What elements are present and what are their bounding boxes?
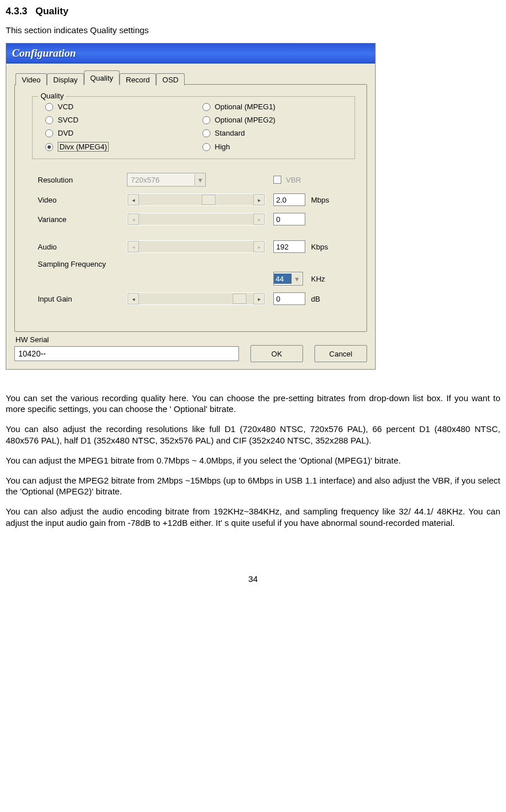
sampling-unit: KHz (311, 275, 345, 283)
slider-thumb[interactable] (233, 294, 246, 304)
radio-label: DVD (58, 129, 73, 137)
dialog-titlebar: Configuration (6, 43, 375, 64)
audio-row: Audio ◂ ▸ 192 Kbps (32, 237, 355, 256)
video-value-box[interactable]: 2.0 (273, 193, 305, 206)
gain-slider[interactable]: ◂ ▸ (127, 292, 265, 305)
audio-unit: Kbps (311, 243, 345, 251)
body-paragraph: You can also adjust the audio encoding b… (6, 506, 500, 528)
slider-thumb[interactable] (202, 195, 216, 205)
audio-label: Audio (38, 243, 123, 251)
video-label: Video (38, 196, 123, 204)
ok-button[interactable]: OK (250, 345, 303, 362)
audio-slider: ◂ ▸ (127, 240, 265, 253)
audio-value-box[interactable]: 192 (273, 240, 305, 253)
radio-divx[interactable]: Divx (MPEG4) (45, 142, 191, 152)
hw-serial-section: HW Serial 10420-- OK Cancel (14, 335, 367, 362)
resolution-row: Resolution 720x576 ▾ VBR (32, 169, 355, 190)
tab-record[interactable]: Record (119, 73, 156, 85)
resolution-dropdown[interactable]: 720x576 ▾ (127, 173, 206, 187)
arrow-right-icon: ▸ (253, 241, 265, 252)
sampling-label: Sampling Frequency (38, 260, 270, 268)
radio-dvd[interactable]: DVD (45, 129, 191, 137)
section-heading: 4.3.3 Quality (6, 6, 500, 17)
radio-svcd[interactable]: SVCD (45, 116, 191, 124)
vbr-checkbox[interactable] (273, 176, 281, 184)
gain-label: Input Gain (38, 295, 123, 303)
radio-label: VCD (58, 102, 73, 111)
radio-optional-mpeg2[interactable]: Optional (MPEG2) (202, 116, 348, 124)
resolution-label: Resolution (38, 176, 123, 184)
arrow-right-icon[interactable]: ▸ (253, 194, 265, 205)
variance-slider: ◂ ▸ (127, 213, 265, 225)
body-paragraph: You can adjust the MPEG2 bitrate from 2M… (6, 475, 500, 497)
radio-icon (45, 116, 53, 124)
video-slider[interactable]: ◂ ▸ (127, 193, 265, 206)
configuration-dialog: Configuration Video Display Quality Reco… (6, 43, 376, 370)
radio-label: Optional (MPEG1) (215, 102, 276, 111)
radio-label: SVCD (58, 116, 78, 124)
arrow-left-icon[interactable]: ◂ (128, 293, 139, 304)
radio-vcd[interactable]: VCD (45, 102, 191, 111)
radio-label: Standard (215, 129, 245, 137)
radio-icon (202, 129, 210, 137)
page-number: 34 (6, 574, 500, 584)
arrow-left-icon: ◂ (128, 241, 139, 252)
radio-standard[interactable]: Standard (202, 129, 348, 137)
chevron-down-icon: ▾ (292, 273, 302, 284)
radio-label: Divx (MPEG4) (58, 142, 109, 152)
sampling-value: 44 (274, 274, 292, 284)
sampling-row: Sampling Frequency 44 ▾ KHz (32, 256, 355, 289)
arrow-right-icon[interactable]: ▸ (253, 293, 265, 304)
radio-label: High (215, 142, 230, 151)
sampling-dropdown[interactable]: 44 ▾ (273, 272, 303, 286)
heading-title: Quality (35, 6, 69, 17)
tab-strip: Video Display Quality Record OSD (14, 70, 367, 85)
radio-label: Optional (MPEG2) (215, 116, 276, 124)
radio-optional-mpeg1[interactable]: Optional (MPEG1) (202, 102, 348, 111)
tab-video[interactable]: Video (15, 73, 47, 85)
groupbox-title: Quality (38, 92, 66, 100)
radio-icon (45, 103, 53, 111)
radio-high[interactable]: High (202, 142, 348, 152)
radio-icon (202, 103, 210, 111)
body-paragraph: You can set the various recording qualit… (6, 393, 500, 414)
arrow-right-icon: ▸ (253, 213, 265, 225)
radio-icon (202, 116, 210, 124)
hw-serial-label: HW Serial (14, 335, 367, 344)
body-paragraph: You can also adjust the recording resolu… (6, 423, 500, 445)
arrow-left-icon: ◂ (128, 213, 139, 225)
variance-row: Variance ◂ ▸ 0 (32, 209, 355, 229)
resolution-value: 720x576 (131, 176, 160, 184)
body-paragraph: You can adjust the MPEG1 bitrate from 0.… (6, 455, 500, 466)
variance-value-box[interactable]: 0 (273, 213, 305, 225)
radio-icon (45, 143, 53, 151)
gain-unit: dB (311, 295, 345, 303)
tab-osd[interactable]: OSD (156, 73, 185, 85)
tab-panel: Quality VCD Optional (MPEG1) SVCD (14, 84, 367, 332)
intro-text: This section indicates Quality settings (6, 25, 500, 35)
arrow-left-icon[interactable]: ◂ (128, 194, 139, 205)
tab-display[interactable]: Display (47, 73, 84, 85)
radio-icon (202, 143, 210, 151)
heading-number: 4.3.3 (6, 6, 27, 17)
gain-row: Input Gain ◂ ▸ 0 dB (32, 289, 355, 308)
video-unit: Mbps (311, 196, 345, 204)
chevron-down-icon: ▾ (194, 174, 205, 185)
radio-icon (45, 129, 53, 137)
tab-quality[interactable]: Quality (84, 70, 119, 85)
cancel-button[interactable]: Cancel (314, 345, 367, 362)
gain-value-box[interactable]: 0 (273, 292, 305, 305)
variance-label: Variance (38, 215, 123, 224)
vbr-label: VBR (286, 176, 301, 184)
hw-serial-value[interactable]: 10420-- (14, 346, 239, 361)
video-row: Video ◂ ▸ 2.0 Mbps (32, 190, 355, 209)
quality-groupbox: Quality VCD Optional (MPEG1) SVCD (32, 96, 355, 159)
